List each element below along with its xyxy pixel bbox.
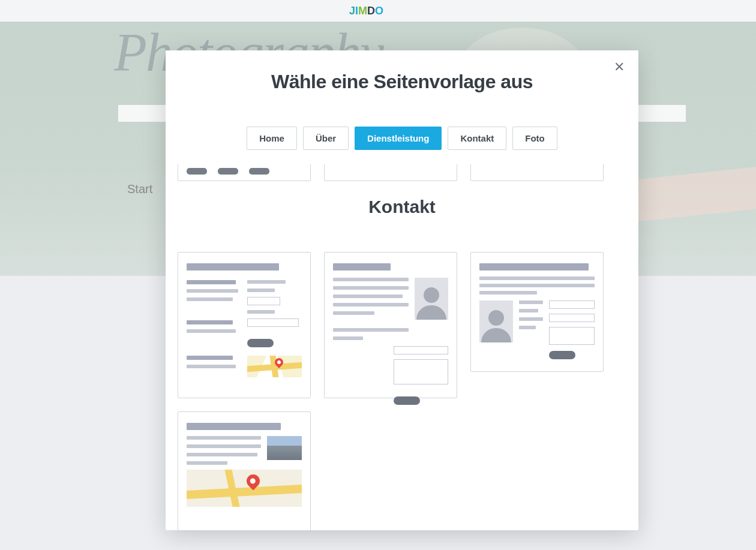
template-card[interactable]: [178, 411, 311, 530]
avatar-placeholder-icon: [415, 278, 448, 320]
template-card[interactable]: [178, 252, 311, 398]
template-card[interactable]: [324, 252, 457, 398]
previous-section-tail: [178, 164, 626, 181]
kontakt-templates: [178, 252, 626, 530]
tab-home[interactable]: Home: [247, 127, 297, 150]
template-card[interactable]: [470, 164, 604, 181]
template-card[interactable]: [324, 164, 457, 181]
category-tabs: Home Über Dienstleistung Kontakt Foto: [166, 127, 638, 150]
tab-kontakt[interactable]: Kontakt: [448, 127, 506, 150]
nav-start[interactable]: Start: [127, 182, 152, 196]
tab-foto[interactable]: Foto: [512, 127, 557, 150]
tab-ueber[interactable]: Über: [303, 127, 349, 150]
tab-dienstleistung[interactable]: Dienstleistung: [355, 127, 442, 150]
template-scroll-area[interactable]: Kontakt: [166, 164, 638, 530]
template-card[interactable]: [470, 252, 604, 372]
template-modal: ✕ Wähle eine Seitenvorlage aus Home Über…: [166, 50, 638, 530]
modal-title: Wähle eine Seitenvorlage aus: [166, 71, 638, 93]
top-bar: JIMDO: [0, 0, 756, 22]
jimdo-logo: JIMDO: [349, 4, 407, 17]
svg-text:JIMDO: JIMDO: [349, 5, 383, 17]
template-card[interactable]: [178, 164, 311, 181]
map-placeholder-icon: [187, 470, 302, 507]
section-title-kontakt: Kontakt: [178, 197, 626, 217]
close-icon[interactable]: ✕: [611, 59, 628, 76]
city-photo-icon: [267, 436, 302, 460]
avatar-placeholder-icon: [479, 300, 513, 342]
